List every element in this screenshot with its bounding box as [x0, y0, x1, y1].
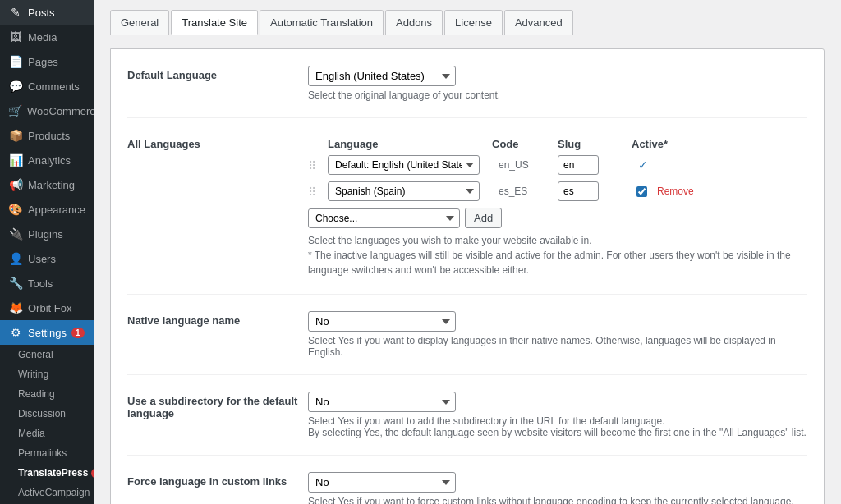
- analytics-icon: 📊: [8, 153, 23, 167]
- posts-icon: ✎: [8, 6, 23, 19]
- pages-icon: 📄: [8, 55, 23, 68]
- users-icon: 👤: [8, 252, 23, 265]
- choose-language-select[interactable]: Choose...: [308, 208, 460, 228]
- tab-content-area: Default Language English (United States)…: [110, 48, 825, 504]
- tab-license[interactable]: License: [444, 10, 503, 35]
- active-check-english: ✓: [638, 158, 648, 172]
- sidebar-item-pages[interactable]: 📄 Pages: [0, 49, 94, 74]
- drag-handle-spanish[interactable]: ⠿: [308, 184, 328, 199]
- force-language-control: No Yes Select Yes if you want to force c…: [308, 472, 807, 504]
- active-checkbox-spanish[interactable]: [636, 186, 647, 197]
- submenu-media[interactable]: Media: [0, 424, 94, 443]
- col-active: Active*: [632, 138, 681, 150]
- submenu-translatepress[interactable]: TranslatePress 1: [0, 463, 94, 483]
- all-languages-control: Language Code Slug Active* ⠿ Default: En…: [308, 135, 807, 277]
- sidebar-item-label: Orbit Fox: [28, 302, 71, 314]
- submenu-permalinks[interactable]: Permalinks: [0, 443, 94, 463]
- force-language-label: Force language in custom links: [127, 472, 308, 488]
- code-spanish: es_ES: [492, 186, 558, 197]
- default-language-label: Default Language: [127, 66, 308, 81]
- sidebar: ✎ Posts 🖼 Media 📄 Pages 💬 Comments 🛒 Woo…: [0, 0, 94, 504]
- sidebar-item-posts[interactable]: ✎ Posts: [0, 0, 94, 25]
- drag-handle-english[interactable]: ⠿: [308, 158, 328, 172]
- sidebar-item-label: Plugins: [28, 228, 63, 241]
- sidebar-item-label: Users: [28, 253, 56, 265]
- subdirectory-select[interactable]: No Yes: [308, 392, 456, 412]
- remove-spanish-link[interactable]: Remove: [657, 186, 694, 197]
- woocommerce-icon: 🛒: [8, 104, 22, 117]
- marketing-icon: 📢: [8, 178, 23, 191]
- sidebar-item-appearance[interactable]: 🎨 Appearance: [0, 197, 94, 222]
- sidebar-item-products[interactable]: 📦 Products: [0, 123, 94, 148]
- sidebar-item-users[interactable]: 👤 Users: [0, 246, 94, 271]
- all-languages-help: Select the languages you wish to make yo…: [308, 233, 807, 277]
- tab-translate-site[interactable]: Translate Site: [171, 10, 258, 35]
- sidebar-item-label: Comments: [28, 80, 80, 93]
- products-icon: 📦: [8, 129, 23, 142]
- sidebar-item-label: Appearance: [28, 204, 85, 216]
- settings-submenu: General Writing Reading Discussion Media…: [0, 345, 94, 504]
- submenu-discussion[interactable]: Discussion: [0, 404, 94, 424]
- tab-addons[interactable]: Addons: [385, 10, 443, 35]
- all-languages-label: All Languages: [127, 135, 308, 150]
- sidebar-item-orbit-fox[interactable]: 🦊 Orbit Fox: [0, 296, 94, 320]
- sidebar-item-marketing[interactable]: 📢 Marketing: [0, 172, 94, 197]
- lang-select-english[interactable]: Default: English (United States): [328, 155, 480, 175]
- lang-select-spanish[interactable]: Spanish (Spain): [328, 181, 480, 201]
- default-language-row: Default Language English (United States)…: [127, 66, 807, 118]
- sidebar-item-label: Posts: [28, 7, 55, 19]
- submenu-writing[interactable]: Writing: [0, 364, 94, 384]
- slug-spanish[interactable]: [558, 181, 599, 201]
- native-language-help: Select Yes if you want to display langua…: [308, 335, 807, 358]
- media-icon: 🖼: [8, 30, 23, 44]
- all-languages-row: All Languages Language Code Slug Active*…: [127, 135, 807, 295]
- sidebar-item-label: Analytics: [28, 154, 71, 167]
- tab-advanced[interactable]: Advanced: [504, 10, 573, 35]
- add-language-button[interactable]: Add: [465, 208, 502, 228]
- col-language: Language: [328, 138, 492, 150]
- sidebar-item-media[interactable]: 🖼 Media: [0, 25, 94, 49]
- tab-automatic-translation[interactable]: Automatic Translation: [260, 10, 384, 35]
- sidebar-item-label: Marketing: [28, 179, 75, 191]
- col-code: Code: [492, 138, 558, 150]
- tabs-bar: General Translate Site Automatic Transla…: [110, 10, 825, 35]
- subdirectory-control: No Yes Select Yes if you want to add the…: [308, 392, 807, 438]
- force-language-row: Force language in custom links No Yes Se…: [127, 472, 807, 504]
- add-language-row: Choose... Add: [308, 208, 807, 228]
- appearance-icon: 🎨: [8, 203, 23, 216]
- sidebar-item-label: WooCommerce: [27, 105, 94, 117]
- sidebar-item-label: Settings: [28, 327, 67, 339]
- default-language-control: English (United States) Select the origi…: [308, 66, 807, 101]
- settings-badge: 1: [71, 328, 85, 338]
- sidebar-item-analytics[interactable]: 📊 Analytics: [0, 148, 94, 172]
- tab-general[interactable]: General: [110, 10, 169, 35]
- sidebar-item-woocommerce[interactable]: 🛒 WooCommerce: [0, 99, 94, 123]
- orbit-fox-icon: 🦊: [8, 301, 23, 314]
- main-content: General Translate Site Automatic Transla…: [94, 0, 841, 504]
- comments-icon: 💬: [8, 80, 23, 93]
- sidebar-item-comments[interactable]: 💬 Comments: [0, 74, 94, 99]
- sidebar-item-plugins[interactable]: 🔌 Plugins: [0, 222, 94, 246]
- native-language-label: Native language name: [127, 311, 308, 327]
- slug-english[interactable]: [558, 155, 599, 175]
- page-content: General Translate Site Automatic Transla…: [94, 0, 841, 504]
- sidebar-item-label: Tools: [28, 277, 53, 290]
- code-english: en_US: [492, 159, 558, 171]
- submenu-reading[interactable]: Reading: [0, 384, 94, 404]
- subdirectory-row: Use a subdirectory for the default langu…: [127, 392, 807, 456]
- submenu-activecampaign[interactable]: ActiveCampaign: [0, 483, 94, 502]
- default-language-select[interactable]: English (United States): [308, 66, 456, 86]
- tools-icon: 🔧: [8, 277, 23, 290]
- native-language-select[interactable]: No Yes: [308, 311, 456, 332]
- sidebar-item-label: Products: [28, 130, 70, 142]
- force-language-help: Select Yes if you want to force custom l…: [308, 496, 807, 504]
- sidebar-item-tools[interactable]: 🔧 Tools: [0, 271, 94, 296]
- subdirectory-label: Use a subdirectory for the default langu…: [127, 392, 308, 419]
- sidebar-item-settings[interactable]: ⚙ Settings 1: [0, 320, 94, 345]
- native-language-row: Native language name No Yes Select Yes i…: [127, 311, 807, 375]
- plugins-icon: 🔌: [8, 227, 23, 241]
- default-language-help: Select the original language of your con…: [308, 89, 807, 101]
- col-slug: Slug: [558, 138, 632, 150]
- submenu-general[interactable]: General: [0, 345, 94, 364]
- force-language-select[interactable]: No Yes: [308, 472, 456, 493]
